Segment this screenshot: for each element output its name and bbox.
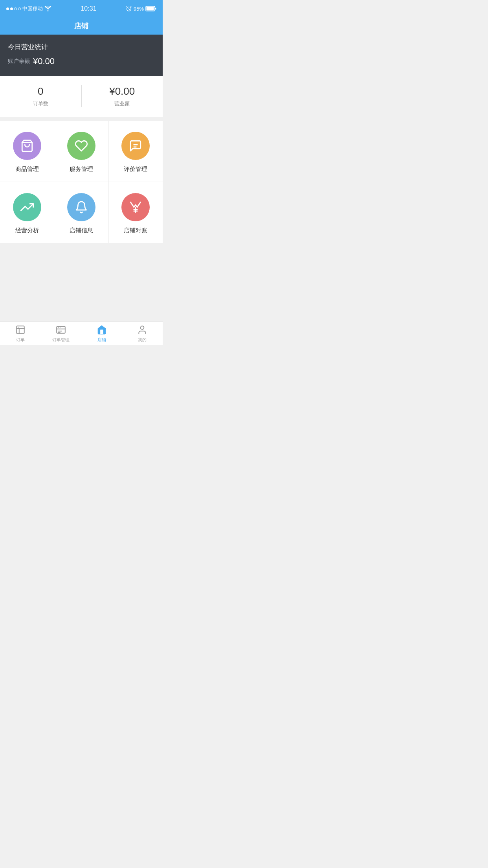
battery-icon (145, 6, 156, 11)
service-mgmt-icon-bg (67, 132, 95, 160)
business-analysis-icon-bg (13, 193, 41, 221)
grid-item-business-analysis[interactable]: 经营分析 (0, 182, 54, 243)
grid-item-store-reconcile[interactable]: 店铺对账 (109, 182, 163, 243)
tab-mine-label: 我的 (138, 337, 147, 343)
review-mgmt-label: 评价管理 (124, 166, 147, 173)
status-bar: 中国移动 10:31 95% (0, 0, 163, 17)
store-info-label: 店铺信息 (70, 227, 93, 234)
content-area: 今日营业统计 账户余额 ¥0.00 0 订单数 ¥0.00 营业额 (0, 35, 163, 322)
tab-store-label: 店铺 (97, 337, 106, 343)
wifi-icon (44, 6, 51, 11)
svg-rect-10 (17, 326, 24, 334)
trending-up-icon (20, 200, 34, 214)
page-wrapper: 中国移动 10:31 95% 店铺 (0, 0, 163, 345)
review-mgmt-icon-bg (121, 132, 150, 160)
tab-order-mgmt[interactable]: 订单管理 (41, 322, 82, 345)
tab-store[interactable]: 店铺 (81, 322, 122, 345)
tab-store-icon (96, 324, 107, 335)
comment-icon (129, 139, 142, 153)
grid-item-service-mgmt[interactable]: 服务管理 (54, 121, 108, 182)
nav-title: 店铺 (74, 21, 88, 31)
stats-header: 今日营业统计 账户余额 ¥0.00 (0, 35, 163, 76)
stats-title: 今日营业统计 (8, 42, 155, 51)
tab-mine-icon (137, 324, 148, 335)
heart-icon (75, 139, 88, 153)
grid-item-product-mgmt[interactable]: 商品管理 (0, 121, 54, 182)
orders-stat: 0 订单数 (0, 85, 82, 107)
balance-label: 账户余额 (8, 58, 30, 65)
status-right: 95% (126, 6, 156, 12)
service-mgmt-label: 服务管理 (70, 166, 93, 173)
stats-numbers: 0 订单数 ¥0.00 营业额 (0, 76, 163, 117)
grid-menu: 商品管理 服务管理 (0, 121, 163, 243)
store-reconcile-icon-bg (121, 193, 150, 221)
tab-orders[interactable]: 订单 (0, 322, 41, 345)
tab-orders-label: 订单 (16, 337, 25, 343)
revenue-label: 营业额 (114, 101, 130, 107)
status-left: 中国移动 (6, 5, 51, 12)
divider (0, 117, 163, 121)
grid-row-2: 经营分析 店铺信息 (0, 182, 163, 243)
yen-icon (129, 200, 142, 214)
product-mgmt-label: 商品管理 (15, 166, 39, 173)
svg-rect-2 (146, 7, 154, 11)
tab-order-mgmt-label: 订单管理 (52, 337, 70, 343)
svg-rect-3 (155, 8, 156, 10)
grid-item-store-info[interactable]: 店铺信息 (54, 182, 108, 243)
svg-rect-13 (57, 326, 65, 333)
battery-label: 95% (134, 6, 144, 12)
tab-mine[interactable]: 我的 (122, 322, 163, 345)
store-reconcile-label: 店铺对账 (124, 227, 147, 234)
balance-row: 账户余额 ¥0.00 (8, 56, 155, 66)
svg-point-19 (141, 326, 144, 329)
product-mgmt-icon-bg (13, 132, 41, 160)
signal-icon (6, 7, 21, 10)
bell-icon (75, 200, 88, 214)
status-time: 10:31 (81, 5, 96, 12)
business-analysis-label: 经营分析 (15, 227, 39, 234)
balance-value: ¥0.00 (33, 56, 55, 66)
tab-order-mgmt-icon (55, 324, 66, 335)
grid-item-review-mgmt[interactable]: 评价管理 (109, 121, 163, 182)
alarm-icon (126, 6, 132, 12)
tab-bar: 订单 订单管理 店铺 (0, 322, 163, 345)
store-info-icon-bg (67, 193, 95, 221)
shopping-bag-icon (20, 139, 34, 153)
gray-area (0, 243, 163, 322)
grid-row-1: 商品管理 服务管理 (0, 121, 163, 182)
nav-bar: 店铺 (0, 17, 163, 35)
revenue-stat: ¥0.00 营业额 (82, 85, 163, 107)
revenue-value: ¥0.00 (82, 85, 163, 97)
carrier-label: 中国移动 (22, 5, 43, 12)
tab-orders-icon (15, 324, 26, 335)
orders-value: 0 (0, 85, 81, 97)
orders-label: 订单数 (33, 101, 48, 107)
